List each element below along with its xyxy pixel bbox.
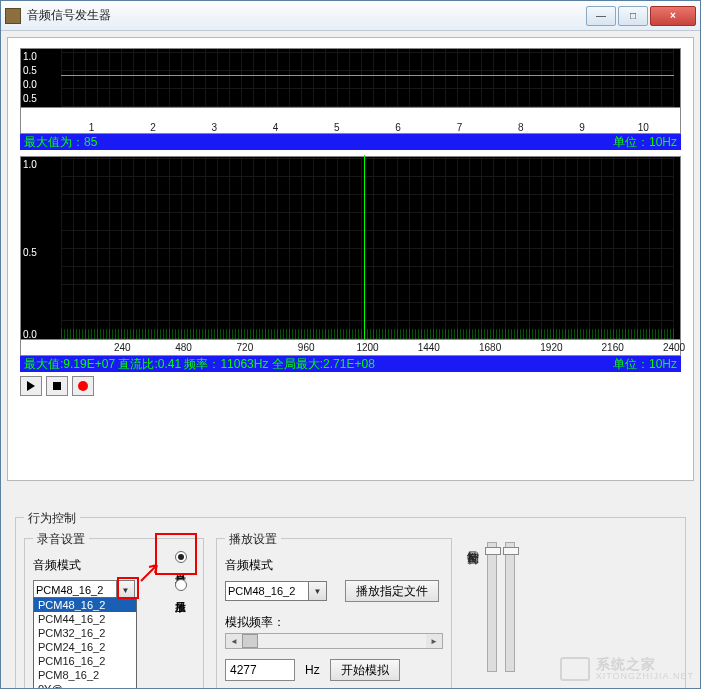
editor-panel: 1.0 0.5 0.0 0.5 1.0 1 2 3 4 5 6 7 8 bbox=[7, 37, 694, 481]
sim-freq-unit: Hz bbox=[305, 663, 320, 677]
radio-dot-icon bbox=[175, 551, 187, 563]
play-button[interactable] bbox=[20, 376, 42, 396]
sim-freq-input[interactable] bbox=[225, 659, 295, 681]
dropdown-option[interactable]: 0Y@ bbox=[34, 682, 136, 689]
x-tick: 1680 bbox=[479, 342, 501, 353]
titlebar[interactable]: 音频信号发生器 — □ × bbox=[1, 1, 700, 31]
app-icon bbox=[5, 8, 21, 24]
status-max: 最大值为：85 bbox=[24, 134, 97, 151]
status-strip-2: 最大值:9.19E+07 直流比:0.41 频率：11063Hz 全局最大:2.… bbox=[20, 356, 681, 372]
x-tick: 1920 bbox=[540, 342, 562, 353]
x-tick: 720 bbox=[237, 342, 254, 353]
stop-button[interactable] bbox=[46, 376, 68, 396]
x-tick: 8 bbox=[518, 122, 524, 133]
record-settings-groupbox: 录音设置 音频模式 PCM48_16_2 PCM44_16_2 PCM32_16… bbox=[24, 538, 204, 689]
window-title: 音频信号发生器 bbox=[27, 7, 586, 24]
y-tick: 1.0 bbox=[23, 159, 37, 170]
x-tick: 1440 bbox=[418, 342, 440, 353]
watermark: 系统之家 XITONGZHIJIA.NET bbox=[560, 657, 694, 682]
volume-slider-right[interactable] bbox=[505, 542, 515, 672]
scroll-left-icon[interactable]: ◄ bbox=[226, 634, 242, 648]
spectrum-plot: 1.0 0.5 0.0 240 480 720 960 1200 1440 16… bbox=[20, 156, 681, 356]
x-tick: 2 bbox=[150, 122, 156, 133]
spectrum-noise bbox=[61, 329, 674, 339]
spectrum-peak bbox=[364, 155, 365, 339]
x-tick: 2400 bbox=[663, 342, 685, 353]
scroll-thumb[interactable] bbox=[242, 634, 258, 648]
play-audio-mode-combo[interactable] bbox=[225, 581, 327, 601]
status-strip-1: 最大值为：85 单位：10Hz bbox=[20, 134, 681, 150]
x-tick: 7 bbox=[457, 122, 463, 133]
x-tick: 960 bbox=[298, 342, 315, 353]
play-audio-mode-input[interactable] bbox=[225, 581, 309, 601]
play-settings-groupbox: 播放设置 音频模式 播放指定文件 模拟频率： ◄ bbox=[216, 538, 452, 689]
x-tick: 9 bbox=[579, 122, 585, 133]
dropdown-option[interactable]: PCM24_16_2 bbox=[34, 640, 136, 654]
play-display-radio[interactable]: 播放显示 bbox=[173, 579, 188, 593]
stop-icon bbox=[53, 382, 61, 390]
status-unit: 单位：10Hz bbox=[613, 356, 677, 373]
scroll-right-icon[interactable]: ► bbox=[426, 634, 442, 648]
app-window: 音频信号发生器 — □ × 1.0 0.5 0.0 0.5 1.0 1 2 bbox=[0, 0, 701, 689]
transport-controls bbox=[20, 376, 681, 396]
play-settings-title: 播放设置 bbox=[225, 531, 281, 548]
record-icon bbox=[78, 381, 88, 391]
y-tick: 1.0 bbox=[23, 51, 37, 62]
status-left: 最大值:9.19E+07 直流比:0.41 频率：11063Hz 全局最大:2.… bbox=[24, 356, 375, 373]
sim-freq-label: 模拟频率： bbox=[225, 614, 443, 631]
slider-thumb[interactable] bbox=[485, 547, 501, 555]
dropdown-option[interactable]: PCM32_16_2 bbox=[34, 626, 136, 640]
x-tick: 2160 bbox=[602, 342, 624, 353]
waveform-plot: 1.0 0.5 0.0 0.5 1.0 1 2 3 4 5 6 7 8 bbox=[20, 48, 681, 134]
y-tick: 0.5 bbox=[23, 247, 37, 258]
close-button[interactable]: × bbox=[650, 6, 696, 26]
dropdown-option[interactable]: PCM8_16_2 bbox=[34, 668, 136, 682]
dropdown-option[interactable]: PCM44_16_2 bbox=[34, 612, 136, 626]
x-tick: 3 bbox=[211, 122, 217, 133]
waveform-trace bbox=[61, 75, 674, 76]
x-tick: 1 bbox=[89, 122, 95, 133]
sim-freq-scrollbar[interactable]: ◄ ► bbox=[225, 633, 443, 649]
record-button[interactable] bbox=[72, 376, 94, 396]
record-display-radio[interactable]: 录音显示 bbox=[173, 551, 188, 565]
x-tick: 10 bbox=[638, 122, 649, 133]
dropdown-option[interactable]: PCM48_16_2 bbox=[34, 598, 136, 612]
x-tick: 1200 bbox=[356, 342, 378, 353]
watermark-cn: 系统之家 bbox=[596, 657, 694, 672]
y-tick: 0.5 bbox=[23, 93, 37, 104]
start-sim-button[interactable]: 开始模拟 bbox=[330, 659, 400, 681]
x-tick: 4 bbox=[273, 122, 279, 133]
x-tick: 480 bbox=[175, 342, 192, 353]
play-audio-mode-label: 音频模式 bbox=[225, 557, 443, 574]
volume-slider-left[interactable] bbox=[487, 542, 497, 672]
play-icon bbox=[27, 381, 35, 391]
behavior-title: 行为控制 bbox=[24, 510, 80, 527]
client-area: 1.0 0.5 0.0 0.5 1.0 1 2 3 4 5 6 7 8 bbox=[1, 31, 700, 688]
maximize-button[interactable]: □ bbox=[618, 6, 648, 26]
watermark-en: XITONGZHIJIA.NET bbox=[596, 672, 694, 682]
x-tick: 6 bbox=[395, 122, 401, 133]
radio-dot-icon bbox=[175, 579, 187, 591]
audio-mode-dropdown[interactable]: PCM48_16_2 PCM44_16_2 PCM32_16_2 PCM24_1… bbox=[33, 597, 137, 689]
watermark-logo-icon bbox=[560, 657, 590, 681]
dropdown-option[interactable]: PCM16_16_2 bbox=[34, 654, 136, 668]
x-tick: 5 bbox=[334, 122, 340, 133]
slider-thumb[interactable] bbox=[503, 547, 519, 555]
record-settings-title: 录音设置 bbox=[33, 531, 89, 548]
y-tick: 0.0 bbox=[23, 79, 37, 90]
status-unit: 单位：10Hz bbox=[613, 134, 677, 151]
chevron-down-icon[interactable] bbox=[309, 581, 327, 601]
audio-mode-label: 音频模式 bbox=[33, 557, 195, 574]
minimize-button[interactable]: — bbox=[586, 6, 616, 26]
y-tick: 0.5 bbox=[23, 65, 37, 76]
play-file-button[interactable]: 播放指定文件 bbox=[345, 580, 439, 602]
x-tick: 240 bbox=[114, 342, 131, 353]
